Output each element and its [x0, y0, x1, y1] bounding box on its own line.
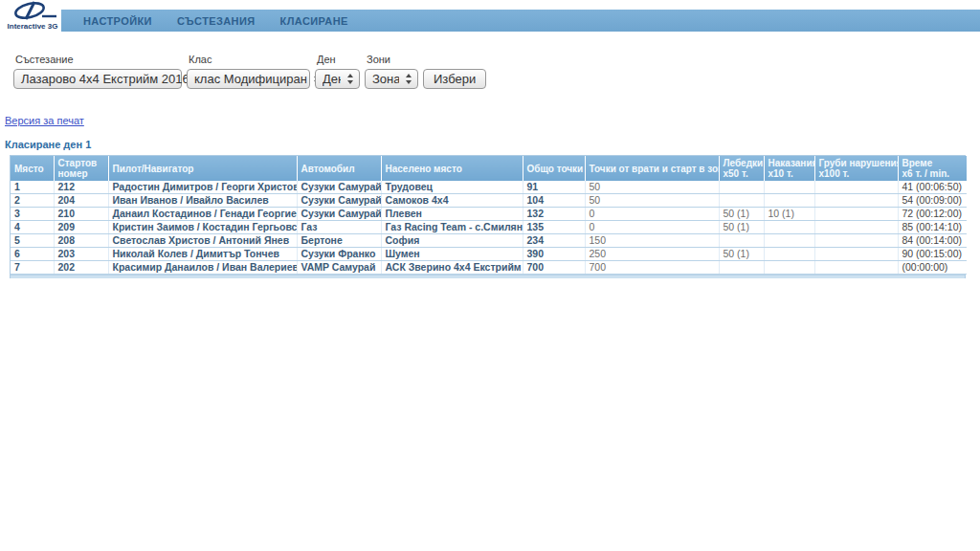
time-cell: 54 (00:09:00)	[898, 194, 967, 208]
violations-cell	[814, 248, 898, 261]
select-button[interactable]: Избери	[423, 69, 486, 89]
gate-points-cell: 150	[585, 234, 719, 248]
winch-cell	[719, 194, 764, 208]
table-row: 1 212 Радостин Димитров / Георги Христов…	[11, 181, 967, 194]
violations-cell	[814, 234, 898, 248]
place-cell: 6	[11, 248, 54, 261]
table-header-row: Място Стартовномер Пилот/Навигатор Автом…	[11, 156, 967, 181]
col-header-town: Населено място	[381, 156, 523, 181]
zones-filter-group: Зони Зона 5	[365, 54, 418, 89]
car-cell: Сузуки Франко	[297, 248, 381, 261]
total-points-cell: 104	[523, 194, 585, 208]
zones-selected-value: Зона 5	[372, 72, 399, 86]
place-cell: 1	[11, 181, 54, 194]
day-filter-group: Ден Ден 1	[315, 54, 360, 89]
class-select[interactable]: клас Модифициран	[187, 69, 310, 89]
winch-cell: 50 (1)	[719, 248, 764, 261]
town-cell: Плевен	[381, 208, 523, 221]
gate-points-cell: 250	[585, 248, 719, 261]
table-row: 7 202 Красимир Данаилов / Иван Валериев …	[11, 261, 967, 275]
gate-points-cell: 0	[585, 221, 719, 234]
place-cell: 5	[11, 234, 54, 248]
print-version-link[interactable]: Версия за печат	[5, 115, 84, 126]
total-points-cell: 390	[523, 248, 585, 261]
dropdown-arrows-icon	[406, 74, 412, 84]
col-header-pilot-navigator: Пилот/Навигатор	[108, 156, 297, 181]
violations-cell	[814, 261, 898, 275]
penalty-cell	[764, 234, 814, 248]
time-cell: 85 (00:14:10)	[898, 221, 967, 234]
col-header-start-number: Стартовномер	[54, 156, 108, 181]
col-header-penalties: Наказанияx10 т.	[764, 156, 814, 181]
day-select[interactable]: Ден 1	[315, 69, 360, 89]
start-number-cell: 209	[54, 221, 108, 234]
table-row: 2 204 Иван Иванов / Ивайло Василев Сузук…	[11, 194, 967, 208]
nav-tab-competitions[interactable]: СЪСТЕЗАНИЯ	[165, 15, 268, 27]
competition-selected-value: Лазарово 4x4 Екстрийм 2016	[21, 72, 189, 86]
town-cell: София	[381, 234, 523, 248]
total-points-cell: 91	[523, 181, 585, 194]
violations-cell	[814, 194, 898, 208]
start-number-cell: 203	[54, 248, 108, 261]
col-header-total-points: Общо точки	[523, 156, 585, 181]
competition-label: Състезание	[15, 54, 182, 65]
zones-select[interactable]: Зона 5	[365, 69, 418, 89]
winch-cell	[719, 234, 764, 248]
place-cell: 2	[11, 194, 54, 208]
place-cell: 4	[11, 221, 54, 234]
brand-logo: Interactive 3G	[4, 1, 61, 31]
car-cell: Газ	[297, 221, 381, 234]
car-cell: Сузуки Самурай	[297, 194, 381, 208]
time-cell: 72 (00:12:00)	[898, 208, 967, 221]
winch-cell: 50 (1)	[719, 208, 764, 221]
pilot-cell: Иван Иванов / Ивайло Василев	[108, 194, 297, 208]
pilot-cell: Радостин Димитров / Георги Христов	[108, 181, 297, 194]
place-cell: 7	[11, 261, 54, 275]
start-number-cell: 204	[54, 194, 108, 208]
town-cell: Трудовец	[381, 181, 523, 194]
car-cell: Сузуки Самурай	[297, 181, 381, 194]
penalty-cell	[764, 248, 814, 261]
class-label: Клас	[189, 54, 310, 65]
pilot-cell: Николай Колев / Димитър Тончев	[108, 248, 297, 261]
violations-cell	[814, 208, 898, 221]
total-points-cell: 132	[523, 208, 585, 221]
page-title: Класиране ден 1	[5, 139, 980, 150]
car-cell: Бертоне	[297, 234, 381, 248]
competition-filter-group: Състезание Лазарово 4x4 Екстрийм 2016	[13, 54, 182, 89]
start-number-cell: 212	[54, 181, 108, 194]
col-header-car: Автомобил	[297, 156, 381, 181]
town-cell: Шумен	[381, 248, 523, 261]
start-number-cell: 210	[54, 208, 108, 221]
nav-tab-settings[interactable]: НАСТРОЙКИ	[71, 15, 165, 27]
time-cell: 90 (00:15:00)	[898, 248, 967, 261]
day-selected-value: Ден 1	[323, 72, 341, 86]
penalty-cell	[764, 221, 814, 234]
col-header-winches: Лебедкиx50 т.	[719, 156, 764, 181]
gate-points-cell: 50	[585, 181, 719, 194]
brand-name: Interactive 3G	[4, 22, 61, 31]
total-points-cell: 234	[523, 234, 585, 248]
penalty-cell	[764, 181, 814, 194]
gate-points-cell: 50	[585, 194, 719, 208]
col-header-gate-points: Точки от врати и старт в зони	[585, 156, 719, 181]
pilot-cell: Данаил Костадинов / Генади Георгиев	[108, 208, 297, 221]
table-row: 5 208 Светослав Христов / Антоний Янев Б…	[11, 234, 967, 248]
col-header-gross-violations: Груби нарушенияx100 т.	[814, 156, 898, 181]
nav-tab-rankings[interactable]: КЛАСИРАНЕ	[268, 15, 361, 27]
winch-cell	[719, 261, 764, 275]
car-cell: VAMP Самурай	[297, 261, 381, 275]
total-points-cell: 700	[523, 261, 585, 275]
top-bar: Interactive 3G НАСТРОЙКИ СЪСТЕЗАНИЯ КЛАС…	[0, 0, 980, 38]
time-cell: 41 (00:06:50)	[898, 181, 967, 194]
table-row: 6 203 Николай Колев / Димитър Тончев Суз…	[11, 248, 967, 261]
class-selected-value: клас Модифициран	[194, 72, 307, 86]
competition-select[interactable]: Лазарово 4x4 Екстрийм 2016	[13, 69, 182, 89]
zones-label: Зони	[367, 54, 418, 65]
col-header-place: Място	[11, 156, 54, 181]
start-number-cell: 202	[54, 261, 108, 275]
start-number-cell: 208	[54, 234, 108, 248]
main-navigation: НАСТРОЙКИ СЪСТЕЗАНИЯ КЛАСИРАНЕ	[61, 10, 980, 32]
car-cell: Сузуки Самурай	[297, 208, 381, 221]
winch-cell	[719, 181, 764, 194]
